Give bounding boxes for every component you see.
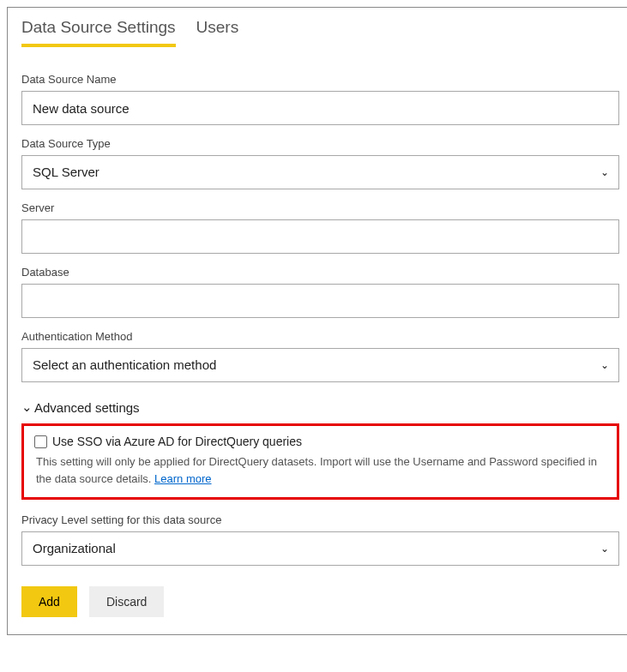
chevron-down-icon: ⌄: [21, 399, 33, 415]
sso-checkbox-label: Use SSO via Azure AD for DirectQuery que…: [52, 435, 302, 448]
data-source-type-select[interactable]: SQL Server: [21, 155, 619, 189]
add-button[interactable]: Add: [21, 586, 77, 617]
privacy-level-select[interactable]: Organizational: [21, 531, 619, 566]
tab-bar: Data Source Settings Users: [8, 8, 627, 47]
server-input[interactable]: [21, 219, 619, 254]
server-label: Server: [21, 201, 619, 214]
sso-checkbox-row: Use SSO via Azure AD for DirectQuery que…: [34, 435, 606, 448]
advanced-settings-toggle[interactable]: ⌄ Advanced settings: [21, 399, 619, 415]
data-source-name-input[interactable]: [21, 91, 619, 125]
authentication-method-select[interactable]: Select an authentication method: [21, 348, 619, 382]
button-row: Add Discard: [21, 586, 619, 617]
advanced-settings-label: Advanced settings: [34, 400, 140, 415]
learn-more-link[interactable]: Learn more: [154, 472, 211, 485]
privacy-level-label: Privacy Level setting for this data sour…: [21, 513, 619, 526]
sso-help-text: This setting will only be applied for Di…: [34, 453, 606, 487]
sso-checkbox[interactable]: [34, 435, 47, 448]
sso-highlight-box: Use SSO via Azure AD for DirectQuery que…: [21, 423, 619, 500]
authentication-method-label: Authentication Method: [21, 330, 619, 343]
database-label: Database: [21, 266, 619, 279]
tab-data-source-settings[interactable]: Data Source Settings: [21, 18, 176, 47]
tab-users[interactable]: Users: [196, 18, 239, 47]
data-source-type-label: Data Source Type: [21, 137, 619, 150]
database-input[interactable]: [21, 284, 619, 318]
form-area: Data Source Name Data Source Type SQL Se…: [8, 47, 627, 634]
data-source-name-label: Data Source Name: [21, 73, 619, 86]
data-source-settings-panel: Data Source Settings Users Data Source N…: [7, 7, 627, 635]
discard-button[interactable]: Discard: [89, 586, 164, 617]
